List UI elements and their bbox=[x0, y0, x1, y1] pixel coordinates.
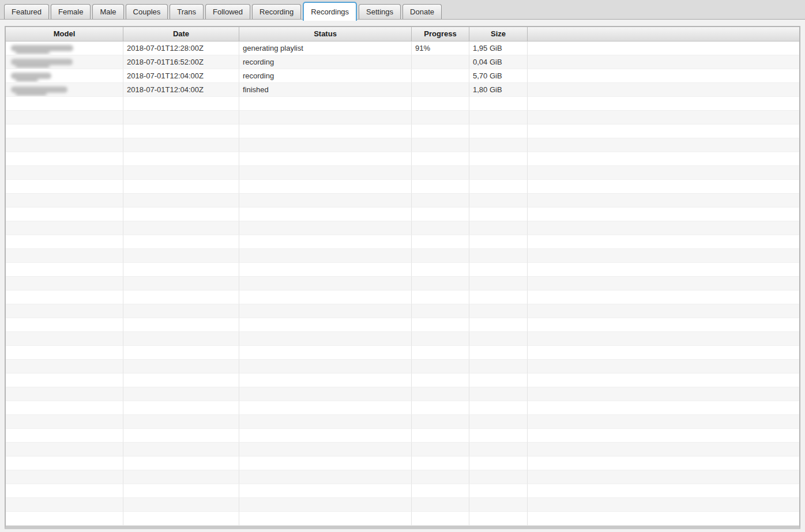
column-header-status[interactable]: Status bbox=[239, 27, 412, 41]
empty-cell bbox=[6, 429, 123, 443]
empty-cell bbox=[469, 138, 528, 152]
empty-cell bbox=[528, 207, 799, 221]
empty-cell bbox=[412, 470, 469, 484]
empty-cell bbox=[239, 124, 412, 138]
redacted-model-name bbox=[11, 73, 51, 79]
empty-cell bbox=[239, 346, 412, 360]
tab-trans[interactable]: Trans bbox=[170, 4, 204, 19]
table-row[interactable]: 2018-07-01T12:04:00Z finished 1,80 GiB bbox=[6, 83, 799, 97]
tab-donate[interactable]: Donate bbox=[402, 4, 442, 19]
table-row-empty bbox=[6, 138, 799, 152]
empty-cell bbox=[123, 484, 239, 498]
column-header-date[interactable]: Date bbox=[123, 27, 239, 41]
empty-cell bbox=[469, 221, 528, 235]
column-header-progress[interactable]: Progress bbox=[412, 27, 469, 41]
tab-female[interactable]: Female bbox=[51, 4, 91, 19]
progress-cell: 91% bbox=[412, 41, 469, 55]
empty-cell bbox=[123, 277, 239, 290]
tab-followed[interactable]: Followed bbox=[205, 4, 250, 19]
empty-cell bbox=[123, 498, 239, 512]
tab-recording[interactable]: Recording bbox=[252, 4, 301, 19]
tab-settings[interactable]: Settings bbox=[359, 4, 401, 19]
empty-cell bbox=[412, 249, 469, 263]
empty-cell bbox=[528, 346, 799, 360]
empty-cell bbox=[123, 360, 239, 373]
tab-male[interactable]: Male bbox=[92, 4, 123, 19]
empty-cell bbox=[412, 152, 469, 166]
column-header-model[interactable]: Model bbox=[6, 27, 123, 41]
table-row-empty bbox=[6, 97, 799, 111]
empty-cell bbox=[123, 152, 239, 166]
empty-cell bbox=[6, 470, 123, 484]
empty-cell bbox=[528, 318, 799, 332]
tab-couples[interactable]: Couples bbox=[126, 4, 168, 19]
table-row[interactable]: 2018-07-01T12:04:00Z recording 5,70 GiB bbox=[6, 69, 799, 83]
empty-cell bbox=[239, 290, 412, 304]
empty-cell bbox=[123, 346, 239, 360]
empty-cell bbox=[239, 429, 412, 443]
empty-cell bbox=[412, 97, 469, 111]
empty-cell bbox=[6, 194, 123, 207]
empty-cell bbox=[528, 484, 799, 498]
column-header-filler bbox=[528, 27, 799, 41]
date-cell: 2018-07-01T12:04:00Z bbox=[123, 83, 239, 97]
empty-cell bbox=[6, 373, 123, 387]
empty-cell bbox=[469, 263, 528, 277]
tab-label: Female bbox=[58, 7, 83, 16]
empty-cell bbox=[6, 512, 123, 526]
column-header-size[interactable]: Size bbox=[469, 27, 528, 41]
tab-featured[interactable]: Featured bbox=[4, 4, 49, 19]
empty-cell bbox=[528, 124, 799, 138]
empty-cell bbox=[412, 401, 469, 415]
status-cell: recording bbox=[239, 69, 412, 83]
table-row-empty bbox=[6, 304, 799, 318]
empty-cell bbox=[528, 263, 799, 277]
empty-cell bbox=[528, 373, 799, 387]
empty-cell bbox=[528, 498, 799, 512]
empty-cell bbox=[239, 318, 412, 332]
empty-cell bbox=[528, 249, 799, 263]
empty-cell bbox=[6, 111, 123, 124]
empty-cell bbox=[469, 97, 528, 111]
table-row[interactable]: 2018-07-01T12:28:00Z generating playlist… bbox=[6, 41, 799, 55]
empty-cell bbox=[239, 415, 412, 429]
empty-cell bbox=[239, 166, 412, 180]
empty-cell bbox=[239, 97, 412, 111]
empty-cell bbox=[469, 456, 528, 470]
tab-label: Couples bbox=[133, 7, 161, 16]
empty-cell bbox=[412, 111, 469, 124]
table-row-empty bbox=[6, 124, 799, 138]
table-row-empty bbox=[6, 512, 799, 526]
empty-cell bbox=[123, 290, 239, 304]
empty-cell bbox=[123, 456, 239, 470]
empty-cell bbox=[412, 221, 469, 235]
table-row[interactable]: 2018-07-01T16:52:00Z recording 0,04 GiB bbox=[6, 55, 799, 69]
empty-cell bbox=[469, 443, 528, 456]
table-row-empty bbox=[6, 387, 799, 401]
empty-cell bbox=[6, 235, 123, 249]
table-header-row: Model Date Status Progress Size bbox=[6, 27, 799, 41]
table-row-empty bbox=[6, 111, 799, 124]
tab-label: Donate bbox=[410, 7, 434, 16]
empty-cell bbox=[469, 207, 528, 221]
tab-label: Followed bbox=[213, 7, 243, 16]
tab-label: Recordings bbox=[311, 7, 349, 16]
empty-cell bbox=[123, 401, 239, 415]
table-row-empty bbox=[6, 263, 799, 277]
empty-cell bbox=[469, 194, 528, 207]
empty-cell bbox=[412, 263, 469, 277]
empty-cell bbox=[469, 332, 528, 346]
model-cell bbox=[6, 41, 123, 55]
empty-cell bbox=[412, 387, 469, 401]
empty-cell bbox=[123, 166, 239, 180]
table-row-empty bbox=[6, 152, 799, 166]
empty-cell bbox=[412, 138, 469, 152]
empty-cell bbox=[528, 304, 799, 318]
size-cell: 5,70 GiB bbox=[469, 69, 528, 83]
table-row-empty bbox=[6, 484, 799, 498]
tab-recordings[interactable]: Recordings bbox=[303, 2, 357, 21]
empty-cell bbox=[239, 207, 412, 221]
empty-cell bbox=[239, 180, 412, 194]
empty-cell bbox=[412, 124, 469, 138]
empty-cell bbox=[123, 138, 239, 152]
